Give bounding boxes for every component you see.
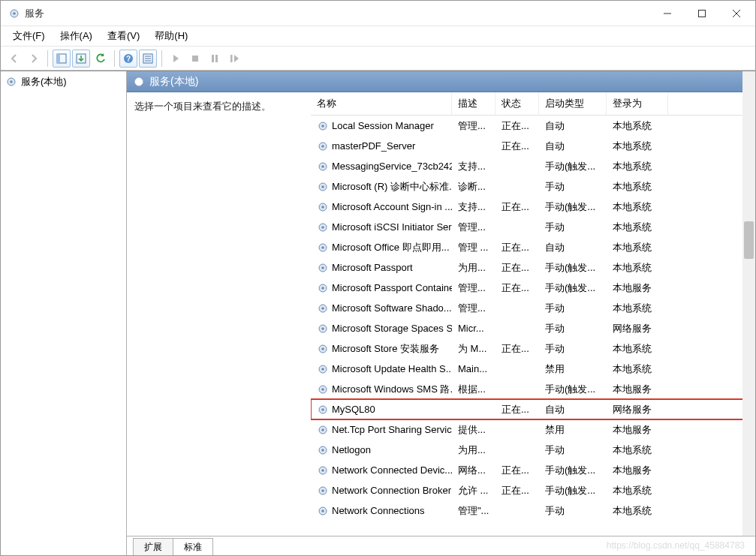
service-name: Network Connected Devic... bbox=[332, 464, 452, 476]
gear-icon bbox=[317, 485, 329, 497]
gear-icon bbox=[317, 302, 329, 314]
window-title: 服务 bbox=[25, 7, 650, 20]
col-logon[interactable]: 登录为 bbox=[607, 92, 668, 115]
col-startup[interactable]: 启动类型 bbox=[539, 92, 607, 115]
service-desc: 根据... bbox=[452, 383, 495, 396]
svg-point-57 bbox=[321, 449, 324, 452]
tree-root-services[interactable]: 服务(本地) bbox=[1, 74, 126, 90]
gear-icon bbox=[317, 383, 329, 395]
service-row[interactable]: Network Connection Broker允许 ...正在...手动(触… bbox=[311, 480, 755, 500]
service-row[interactable]: Microsoft Update Health S...Main...禁用本地系… bbox=[311, 359, 755, 379]
properties-button[interactable] bbox=[139, 50, 157, 68]
menu-help[interactable]: 帮助(H) bbox=[147, 27, 195, 45]
menu-action[interactable]: 操作(A) bbox=[53, 27, 100, 45]
service-startup: 自动 bbox=[539, 140, 607, 153]
service-startup: 自动 bbox=[539, 119, 607, 133]
col-status[interactable]: 状态 bbox=[495, 92, 539, 115]
service-desc: Micr... bbox=[452, 323, 495, 334]
main-area: 服务(本地) 服务(本地) 选择一个项目来查看它的描述。 名称 描述 状态 启动… bbox=[1, 71, 755, 555]
service-logon: 本地系统 bbox=[607, 221, 668, 234]
restart-service-button[interactable] bbox=[225, 50, 243, 68]
service-row[interactable]: Network Connected Devic...网络...正在...手动(触… bbox=[311, 460, 755, 480]
gear-icon bbox=[317, 181, 329, 193]
tab-standard[interactable]: 标准 bbox=[173, 538, 213, 555]
service-logon: 本地系统 bbox=[607, 342, 668, 356]
watermark-text: https://blog.csdn.net/qq_45884783 bbox=[607, 540, 745, 551]
service-startup: 禁用 bbox=[539, 423, 607, 437]
service-status: 正在... bbox=[495, 484, 539, 497]
service-name: Microsoft iSCSI Initiator Ser... bbox=[332, 221, 452, 233]
service-row[interactable]: MySQL80正在...自动网络服务 bbox=[311, 399, 755, 419]
menu-view[interactable]: 查看(V) bbox=[100, 27, 147, 45]
svg-point-39 bbox=[321, 266, 324, 269]
help-button[interactable]: ? bbox=[119, 50, 137, 68]
service-row[interactable]: Network Connections管理"...手动本地系统 bbox=[311, 500, 755, 521]
service-row[interactable]: masterPDF_Server正在...自动本地系统 bbox=[311, 136, 755, 156]
back-button[interactable] bbox=[5, 50, 23, 68]
service-logon: 本地系统 bbox=[607, 362, 668, 376]
gear-icon bbox=[317, 424, 329, 436]
service-row[interactable]: Microsoft (R) 诊断中心标准...诊断...手动本地系统 bbox=[311, 176, 755, 197]
gear-icon bbox=[133, 76, 145, 88]
close-button[interactable] bbox=[719, 2, 754, 26]
service-row[interactable]: Microsoft Office 即点即用...管理 ...正在...自动本地系… bbox=[311, 237, 755, 257]
svg-point-59 bbox=[321, 469, 324, 472]
service-desc: 管理... bbox=[452, 281, 495, 295]
forward-button[interactable] bbox=[25, 50, 43, 68]
service-desc: 网络... bbox=[452, 464, 495, 477]
gear-icon bbox=[317, 282, 329, 294]
service-name: Microsoft Office 即点即用... bbox=[332, 241, 450, 254]
gear-icon bbox=[317, 464, 329, 476]
service-row[interactable]: Microsoft iSCSI Initiator Ser...管理...手动本… bbox=[311, 217, 755, 237]
start-service-button[interactable] bbox=[167, 50, 185, 68]
col-name[interactable]: 名称 bbox=[311, 92, 452, 115]
title-bar: 服务 bbox=[1, 1, 755, 26]
show-hide-tree-button[interactable] bbox=[53, 50, 71, 68]
service-row[interactable]: MessagingService_73cb242支持...手动(触发...本地系… bbox=[311, 156, 755, 176]
gear-icon bbox=[317, 363, 329, 375]
scrollbar-thumb[interactable] bbox=[744, 221, 754, 259]
service-logon: 本地系统 bbox=[607, 302, 668, 315]
gear-icon bbox=[317, 221, 329, 233]
service-row[interactable]: Microsoft Windows SMS 路...根据...手动(触发...本… bbox=[311, 379, 755, 399]
service-startup: 手动 bbox=[539, 302, 607, 315]
service-name: masterPDF_Server bbox=[332, 140, 415, 152]
gear-icon bbox=[317, 120, 329, 132]
minimize-button[interactable] bbox=[650, 2, 685, 26]
service-row[interactable]: Net.Tcp Port Sharing Service提供...禁用本地服务 bbox=[311, 419, 755, 440]
service-row[interactable]: Microsoft Passport Container管理...正在...手动… bbox=[311, 278, 755, 298]
svg-point-33 bbox=[321, 206, 324, 209]
tab-extended[interactable]: 扩展 bbox=[133, 538, 173, 555]
service-logon: 本地服务 bbox=[607, 383, 668, 396]
service-row[interactable]: Microsoft Software Shado...管理...手动本地系统 bbox=[311, 298, 755, 318]
svg-text:?: ? bbox=[126, 55, 131, 63]
service-startup: 手动 bbox=[539, 180, 607, 194]
export-list-button[interactable] bbox=[72, 50, 90, 68]
menu-file[interactable]: 文件(F) bbox=[5, 27, 53, 45]
toolbar: ? bbox=[1, 46, 755, 71]
service-row[interactable]: Microsoft Passport为用...正在...手动(触发...本地系统 bbox=[311, 257, 755, 278]
service-startup: 手动(触发... bbox=[539, 281, 607, 295]
service-row[interactable]: Netlogon为用...手动本地系统 bbox=[311, 440, 755, 460]
service-row[interactable]: Local Session Manager管理...正在...自动本地系统 bbox=[311, 116, 755, 136]
pause-service-button[interactable] bbox=[206, 50, 224, 68]
service-status: 正在... bbox=[495, 241, 539, 254]
maximize-button[interactable] bbox=[685, 2, 719, 26]
service-row[interactable]: Microsoft Account Sign-in ...支持...正在...手… bbox=[311, 197, 755, 217]
service-row[interactable]: Microsoft Storage Spaces S...Micr...手动网络… bbox=[311, 318, 755, 338]
service-desc: 支持... bbox=[452, 200, 495, 214]
service-name: Microsoft Update Health S... bbox=[332, 363, 452, 374]
svg-point-21 bbox=[10, 80, 13, 83]
refresh-button[interactable] bbox=[92, 50, 110, 68]
stop-service-button[interactable] bbox=[186, 50, 204, 68]
vertical-scrollbar[interactable] bbox=[742, 71, 755, 536]
service-startup: 手动(触发... bbox=[539, 484, 607, 497]
service-row[interactable]: Microsoft Store 安装服务为 M...正在...手动本地系统 bbox=[311, 338, 755, 359]
service-desc: Main... bbox=[452, 363, 495, 374]
col-desc[interactable]: 描述 bbox=[452, 92, 495, 115]
toolbar-divider bbox=[47, 50, 48, 67]
svg-point-61 bbox=[321, 489, 324, 492]
svg-point-41 bbox=[321, 287, 324, 290]
service-startup: 手动(触发... bbox=[539, 383, 607, 396]
service-desc: 支持... bbox=[452, 160, 495, 173]
